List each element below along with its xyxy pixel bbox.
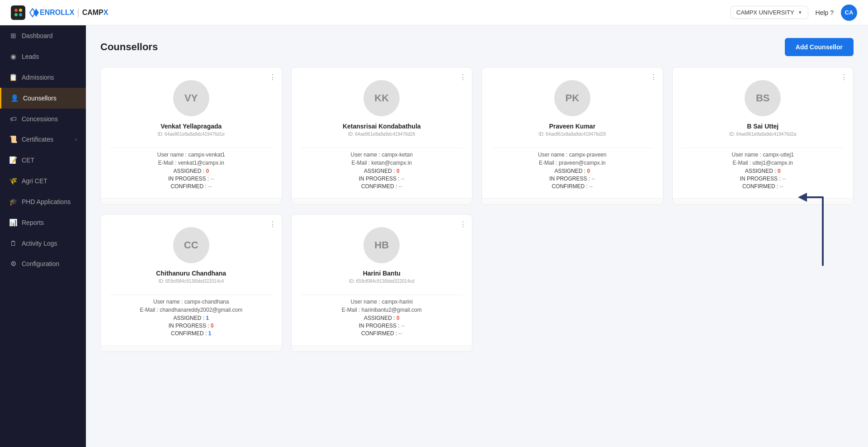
- card-footer-1: [292, 198, 472, 204]
- inprogress-row-1: IN PROGRESS : --: [301, 176, 463, 182]
- card-info-0: User name : campx-venkat1 E-Mail : venka…: [110, 152, 273, 191]
- counsellor-card-4[interactable]: ⋮ CC Chithanuru Chandhana ID: 659cf084c9…: [100, 214, 282, 352]
- logo-dot-green: [14, 13, 18, 16]
- username-row-0: User name : campx-venkat1: [110, 152, 273, 158]
- sidebar-item-configuration[interactable]: ⚙ Configuration: [0, 253, 86, 274]
- sidebar-item-agri-cet[interactable]: 🌾 Agri CET: [0, 171, 86, 191]
- card-body-0: VY Venkat Yellapragada ID: 64ae861e8a8a9…: [101, 67, 282, 198]
- counsellor-card-3[interactable]: ⋮ BS B Sai Uttej ID: 64ae861e8a8a9dc4194…: [672, 67, 854, 205]
- email-row-0: E-Mail : venkat1@campx.in: [110, 160, 273, 166]
- card-menu-3[interactable]: ⋮: [840, 73, 848, 81]
- counsellor-name-5: Harini Bantu: [363, 270, 401, 277]
- confirmed-row-4: CONFIRMED : 1: [110, 330, 273, 337]
- help-link[interactable]: Help ?: [816, 9, 834, 16]
- sidebar-label-reports: Reports: [22, 219, 44, 226]
- card-body-2: PK Praveen Kumar ID: 64ae861e8a8a9dc4194…: [482, 67, 663, 198]
- campx-text: CAMPX: [82, 9, 108, 17]
- inprogress-row-5: IN PROGRESS : --: [301, 323, 463, 329]
- concessions-icon: 🏷: [9, 115, 17, 123]
- counsellor-name-3: B Sai Uttej: [747, 123, 778, 130]
- enrollx-text: ENROLLX: [40, 9, 74, 17]
- university-selector[interactable]: CAMPX UNIVERSITY ▼: [731, 6, 808, 19]
- sidebar-item-concessions[interactable]: 🏷 Concessions: [0, 109, 86, 129]
- avatar-1: KK: [363, 80, 400, 116]
- admissions-icon: 📋: [9, 73, 17, 81]
- inprogress-row-2: IN PROGRESS : --: [491, 176, 654, 182]
- card-body-1: KK Ketansrisai Kondabathula ID: 64ae861e…: [292, 67, 472, 198]
- counsellor-card-0[interactable]: ⋮ VY Venkat Yellapragada ID: 64ae861e8a8…: [100, 67, 282, 205]
- card-menu-2[interactable]: ⋮: [650, 73, 657, 81]
- sidebar-item-counsellors[interactable]: 👤 Counsellors: [0, 88, 86, 109]
- card-info-1: User name : campx-ketan E-Mail : ketan@c…: [301, 152, 463, 191]
- sidebar-label-admissions: Admissions: [22, 74, 54, 81]
- username-row-2: User name : campx-praveen: [491, 152, 654, 158]
- email-row-5: E-Mail : harinibantu2@gmail.com: [301, 307, 463, 313]
- counsellor-id-5: ID: 659cf084c9136bbd322014cd: [349, 279, 415, 284]
- page-header: Counsellors Add Counsellor: [100, 38, 854, 56]
- sidebar: ⊞ Dashboard ◉ Leads 📋 Admissions 👤 Couns…: [0, 25, 86, 447]
- email-row-3: E-Mail : uttej1@campx.in: [682, 160, 844, 166]
- sidebar-label-cet: CET: [22, 157, 34, 164]
- inprogress-row-3: IN PROGRESS : --: [682, 176, 844, 182]
- inprogress-row-0: IN PROGRESS : --: [110, 176, 273, 182]
- assigned-row-2: ASSIGNED : 0: [491, 168, 654, 174]
- page-title: Counsellors: [100, 41, 158, 53]
- counsellor-card-1[interactable]: ⋮ KK Ketansrisai Kondabathula ID: 64ae86…: [291, 67, 473, 205]
- card-menu-0[interactable]: ⋮: [269, 73, 276, 81]
- university-name: CAMPX UNIVERSITY: [736, 9, 794, 16]
- sidebar-item-admissions[interactable]: 📋 Admissions: [0, 67, 86, 88]
- cet-icon: 📝: [9, 156, 17, 164]
- sidebar-item-reports[interactable]: 📊 Reports: [0, 212, 86, 233]
- avatar-2: PK: [554, 80, 590, 116]
- sidebar-item-dashboard[interactable]: ⊞ Dashboard: [0, 25, 86, 46]
- logo-dot-red: [14, 9, 18, 12]
- assigned-row-1: ASSIGNED : 0: [301, 168, 463, 174]
- card-footer-3: [673, 198, 854, 204]
- counsellors-grid: ⋮ VY Venkat Yellapragada ID: 64ae861e8a8…: [100, 67, 854, 352]
- email-row-1: E-Mail : ketan@campx.in: [301, 160, 463, 166]
- configuration-icon: ⚙: [9, 260, 17, 268]
- sidebar-item-activity-logs[interactable]: 🗒 Activity Logs: [0, 233, 86, 253]
- counsellor-id-2: ID: 64ae861e8a8a9dc419476d28: [539, 132, 606, 137]
- card-menu-5[interactable]: ⋮: [459, 220, 467, 228]
- header-right: CAMPX UNIVERSITY ▼ Help ? CA: [731, 5, 857, 21]
- card-footer-2: [482, 198, 663, 204]
- counsellor-card-2[interactable]: ⋮ PK Praveen Kumar ID: 64ae861e8a8a9dc41…: [481, 67, 663, 205]
- agri-cet-icon: 🌾: [9, 177, 17, 185]
- logo-separator: |: [77, 7, 79, 18]
- card-footer-0: [101, 198, 282, 204]
- inprogress-row-4: IN PROGRESS : 0: [110, 323, 273, 329]
- enrollx-logo-icon: [29, 8, 39, 18]
- card-divider-4: [110, 295, 273, 295]
- counsellors-icon: 👤: [10, 94, 19, 102]
- chevron-down-icon: ▼: [798, 10, 802, 15]
- avatar-3: BS: [745, 80, 781, 116]
- username-row-4: User name : campx-chandhana: [110, 299, 273, 305]
- main-layout: ⊞ Dashboard ◉ Leads 📋 Admissions 👤 Couns…: [0, 25, 868, 447]
- confirmed-row-1: CONFIRMED : --: [301, 183, 463, 190]
- sidebar-label-configuration: Configuration: [22, 260, 59, 267]
- username-row-5: User name : campx-harini: [301, 299, 463, 305]
- counsellor-card-5[interactable]: ⋮ HB Harini Bantu ID: 659cf084c9136bbd32…: [291, 214, 473, 352]
- counsellor-name-2: Praveen Kumar: [549, 123, 595, 130]
- sidebar-label-certificates: Certificates: [22, 136, 53, 143]
- sidebar-item-leads[interactable]: ◉ Leads: [0, 46, 86, 67]
- certificates-icon: 📜: [9, 135, 17, 143]
- add-counsellor-button[interactable]: Add Counsellor: [785, 38, 854, 56]
- avatar-0: VY: [173, 80, 209, 116]
- sidebar-label-concessions: Concessions: [22, 115, 58, 123]
- svg-marker-1: [33, 9, 39, 17]
- card-info-2: User name : campx-praveen E-Mail : prave…: [491, 152, 654, 191]
- top-header: ENROLLX | CAMPX CAMPX UNIVERSITY ▼ Help …: [0, 0, 868, 25]
- main-content: Counsellors Add Counsellor ⋮ VY Venkat Y…: [86, 25, 868, 447]
- card-body-5: HB Harini Bantu ID: 659cf084c9136bbd3220…: [292, 214, 472, 345]
- sidebar-item-phd[interactable]: 🎓 PHD Applications: [0, 191, 86, 212]
- card-body-3: BS B Sai Uttej ID: 64ae861e8a8a9dc419476…: [673, 67, 854, 198]
- logo-dot-blue: [19, 13, 22, 16]
- user-avatar[interactable]: CA: [841, 5, 857, 21]
- sidebar-label-agri-cet: Agri CET: [22, 177, 47, 185]
- card-menu-4[interactable]: ⋮: [269, 220, 276, 228]
- sidebar-item-certificates[interactable]: 📜 Certificates ›: [0, 129, 86, 150]
- card-menu-1[interactable]: ⋮: [459, 73, 467, 81]
- sidebar-item-cet[interactable]: 📝 CET: [0, 150, 86, 171]
